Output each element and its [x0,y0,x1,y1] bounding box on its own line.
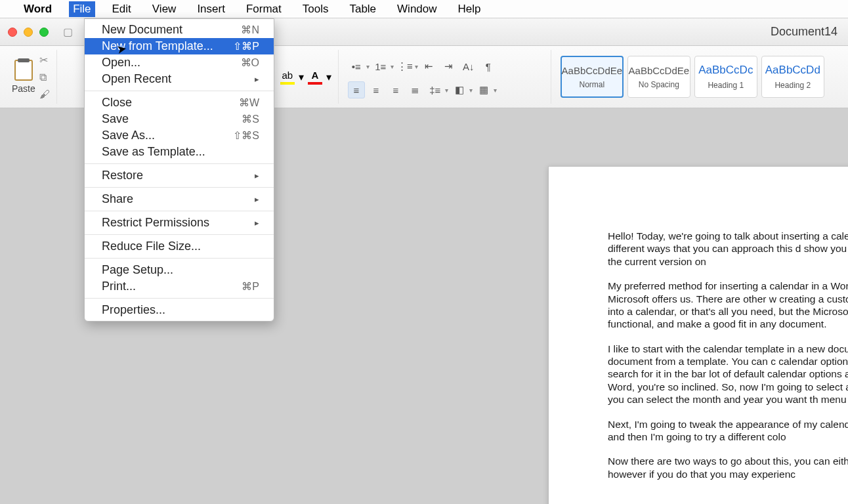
file-menu-restrict-permissions[interactable]: Restrict Permissions [85,215,274,231]
quick-access-toolbar: ▢ [63,26,73,38]
menu-file[interactable]: File [69,1,95,17]
multilevel-list[interactable]: ⋮≡▾ [396,58,418,75]
file-menu-open-recent[interactable]: Open Recent [85,71,274,87]
justify[interactable]: ≣ [407,81,424,98]
decrease-indent[interactable]: ⇤ [421,58,438,75]
style-normal[interactable]: AaBbCcDdEeNormal [561,56,624,98]
clipboard-icon [14,60,33,81]
group-font-colors: ab ▾ A ▾ [274,50,339,104]
sort[interactable]: A↓ [460,58,477,75]
file-menu-save[interactable]: Save⌘S [85,111,274,127]
file-menu-new-document[interactable]: New Document⌘N [85,22,274,38]
file-menu-dropdown: New Document⌘NNew from Template...⇧⌘POpe… [84,18,274,322]
file-menu-print[interactable]: Print...⌘P [85,278,274,295]
mac-menubar: Word FileEditViewInsertFormatToolsTableW… [0,0,848,18]
borders[interactable]: ▦▾ [475,81,497,98]
file-menu-reduce-file-size[interactable]: Reduce File Size... [85,238,274,255]
paste-button[interactable]: Paste [12,60,35,94]
font-color[interactable]: A [308,70,322,85]
paragraph[interactable]: Next, I'm going to tweak the appearance … [608,418,848,444]
paragraph[interactable]: My preferred method for inserting a cale… [608,280,848,331]
show-marks[interactable]: ¶ [480,58,497,75]
highlight-chevron[interactable]: ▾ [299,71,304,83]
menu-table[interactable]: Table [345,1,380,17]
group-styles: AaBbCcDdEeNormalAaBbCcDdEeNo SpacingAaBb… [554,50,831,104]
font-color-chevron[interactable]: ▾ [326,71,331,83]
group-paragraph: •≡▾ 1≡▾ ⋮≡▾ ⇤ ⇥ A↓ ¶ ≡ ≡ ≡ ≣ ‡≡▾ ◧▾ ▦▾ [341,50,551,104]
paragraph[interactable]: I like to start with the calendar templa… [608,343,848,406]
traffic-lights [8,28,49,37]
shading[interactable]: ◧▾ [451,81,473,98]
style-heading-2[interactable]: AaBbCcDdHeading 2 [761,56,824,98]
menu-view[interactable]: View [148,1,180,17]
file-menu-save-as[interactable]: Save As...⇧⌘S [85,127,274,144]
save-icon[interactable]: ▢ [63,26,73,38]
align-left[interactable]: ≡ [348,81,365,98]
file-menu-new-from-template[interactable]: New from Template...⇧⌘P [85,38,274,54]
app-menu[interactable]: Word [20,1,56,17]
file-menu-close[interactable]: Close⌘W [85,94,274,111]
cut-icon[interactable]: ✂ [39,54,50,66]
document-page[interactable]: Hello! Today, we're going to talk about … [548,166,848,504]
paragraph[interactable]: Hello! Today, we're going to talk about … [608,230,848,268]
menu-tools[interactable]: Tools [299,1,333,17]
file-menu-properties[interactable]: Properties... [85,302,274,318]
file-menu-page-setup[interactable]: Page Setup... [85,262,274,278]
copy-icon[interactable]: ⧉ [39,72,50,83]
paragraph[interactable]: Now there are two ways to go about this,… [608,455,848,480]
paste-label: Paste [12,83,35,94]
style-no-spacing[interactable]: AaBbCcDdEeNo Spacing [627,56,690,98]
menu-insert[interactable]: Insert [193,1,229,17]
minimize-window[interactable] [24,28,33,37]
zoom-window[interactable] [39,28,49,37]
menu-format[interactable]: Format [242,1,286,17]
increase-indent[interactable]: ⇥ [440,58,457,75]
menu-window[interactable]: Window [393,1,440,17]
group-clipboard: Paste ✂ ⧉ 🖌 [5,50,57,104]
document-title: Document14 [771,25,837,39]
menu-help[interactable]: Help [454,1,485,17]
file-menu-restore[interactable]: Restore [85,167,274,184]
line-spacing[interactable]: ‡≡▾ [427,81,448,98]
file-menu-share[interactable]: Share [85,191,274,207]
clipboard-mini: ✂ ⧉ 🖌 [39,54,50,100]
align-center[interactable]: ≡ [368,81,385,98]
highlight-color[interactable]: ab [280,70,295,85]
bullets[interactable]: •≡▾ [348,58,370,75]
numbering[interactable]: 1≡▾ [372,58,394,75]
format-painter-icon[interactable]: 🖌 [39,89,50,100]
file-menu-open[interactable]: Open...⌘O [85,54,274,71]
close-window[interactable] [8,28,17,37]
align-right[interactable]: ≡ [387,81,404,98]
style-heading-1[interactable]: AaBbCcDcHeading 1 [694,56,757,98]
menu-edit[interactable]: Edit [108,1,135,17]
file-menu-save-as-template[interactable]: Save as Template... [85,144,274,160]
